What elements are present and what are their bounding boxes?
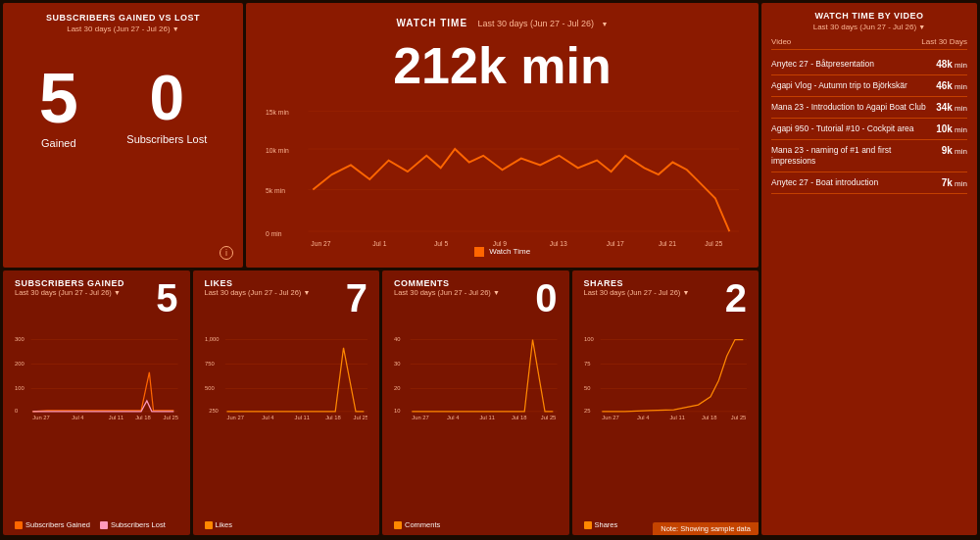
shares-dropdown[interactable]: ▼: [682, 289, 689, 296]
sub-gained-number: 5: [156, 276, 177, 320]
legend-comments: Comments: [394, 520, 440, 529]
likes-number: 7: [346, 276, 368, 320]
lost-number: 0: [126, 67, 207, 129]
svg-text:Jul 11: Jul 11: [294, 415, 310, 420]
likes-subtitle: Last 30 days (Jun 27 - Jul 26) ▼: [205, 288, 311, 297]
svg-text:Jul 9: Jul 9: [493, 240, 508, 247]
svg-text:Jul 25: Jul 25: [730, 415, 746, 420]
video-row: Mana 23 - naming of #1 and first impress…: [771, 140, 967, 172]
video-table: Video Last 30 Days Anytec 27 - Båtpresen…: [771, 37, 967, 194]
video-name: Anytec 27 - Båtpresentation: [771, 59, 936, 70]
svg-text:Jun 27: Jun 27: [602, 415, 618, 420]
right-panel-subtitle: Last 30 days (Jun 27 - Jul 26) ▼: [771, 23, 967, 31]
svg-text:200: 200: [15, 361, 24, 367]
subtitle-dropdown-arrow[interactable]: ▼: [172, 25, 179, 32]
sub-gained-title: SUBSCRIBERS GAINED: [15, 278, 124, 288]
gained-label: Gained: [39, 137, 78, 149]
video-name: Agapi Vlog - Autumn trip to Björkskär: [771, 80, 936, 91]
svg-text:Jul 25: Jul 25: [353, 415, 368, 420]
right-panel-dropdown[interactable]: ▼: [918, 24, 925, 30]
sub-numbers: 5 Gained 0 Subscribers Lost: [15, 63, 231, 149]
watchtime-header: WATCH TIME Last 30 days (Jun 27 - Jul 26…: [266, 13, 739, 34]
svg-text:Jun 27: Jun 27: [311, 240, 331, 247]
watchtime-legend-box: [474, 247, 484, 257]
video-stat-unit: min: [953, 82, 967, 91]
svg-text:5k min: 5k min: [266, 187, 285, 194]
watchtime-total: 212k min: [266, 36, 739, 95]
video-stat: 34k min: [936, 102, 967, 113]
watchtime-panel: WATCH TIME Last 30 days (Jun 27 - Jul 26…: [246, 3, 759, 268]
legend-likes-dot: [205, 521, 213, 529]
svg-text:20: 20: [394, 385, 400, 391]
shares-subtitle: Last 30 days (Jun 27 - Jul 26) ▼: [584, 288, 690, 297]
subscribers-gained-panel: SUBSCRIBERS GAINED Last 30 days (Jun 27 …: [3, 270, 190, 535]
legend-comments-dot: [394, 521, 402, 529]
svg-text:Jun 27: Jun 27: [412, 415, 428, 420]
video-stat: 46k min: [936, 80, 967, 91]
video-stat-unit: min: [953, 147, 967, 156]
video-name: Mana 23 - naming of #1 and first impress…: [771, 145, 942, 167]
video-stat: 10k min: [936, 123, 967, 134]
video-name: Anytec 27 - Boat introduction: [771, 177, 942, 188]
legend-lost: Subscribers Lost: [100, 520, 166, 529]
legend-lost-dot: [100, 521, 108, 529]
watchtime-title: WATCH TIME: [396, 18, 467, 28]
video-stat: 7k min: [942, 177, 967, 188]
svg-text:Jun 27: Jun 27: [226, 415, 243, 420]
sub-gained-dropdown[interactable]: ▼: [114, 289, 121, 296]
likes-title: LIKES: [205, 278, 311, 288]
lost-label: Subscribers Lost: [126, 133, 207, 145]
sub-gained-chart: 300 200 100 0 Jun 27 Jul 4 Jul 11 Jul 18…: [15, 322, 178, 430]
svg-text:Jul 25: Jul 25: [164, 415, 178, 420]
info-icon[interactable]: i: [220, 246, 233, 260]
svg-text:1,000: 1,000: [205, 336, 220, 342]
svg-text:Jul 18: Jul 18: [512, 415, 527, 420]
comments-subtitle: Last 30 days (Jun 27 - Jul 26) ▼: [394, 288, 500, 297]
shares-panel: SHARES Last 30 days (Jun 27 - Jul 26) ▼ …: [572, 270, 760, 535]
shares-chart: 100 75 50 25 Jun 27 Jul 4 Jul 11 Jul 18 …: [584, 322, 748, 430]
svg-text:Jul 13: Jul 13: [550, 240, 567, 247]
comments-title: COMMENTS: [394, 278, 500, 288]
legend-likes: Likes: [205, 520, 233, 529]
svg-text:Jul 5: Jul 5: [434, 240, 449, 247]
video-stat-unit: min: [953, 61, 967, 70]
subscribers-panel-title: SUBSCRIBERS GAINED VS LOST: [15, 13, 231, 23]
legend-shares-dot: [584, 521, 592, 529]
watchtime-dropdown[interactable]: ▼: [602, 21, 609, 27]
gained-number-block: 5 Gained: [39, 63, 78, 149]
svg-text:750: 750: [205, 361, 215, 367]
svg-text:500: 500: [205, 385, 215, 391]
svg-text:Jul 17: Jul 17: [607, 240, 624, 247]
comments-number: 0: [535, 276, 557, 320]
video-rows: Anytec 27 - Båtpresentation 48k min Agap…: [771, 54, 967, 194]
bottom-row: SUBSCRIBERS GAINED Last 30 days (Jun 27 …: [3, 270, 759, 535]
video-row: Anytec 27 - Båtpresentation 48k min: [771, 54, 967, 75]
right-panel: WATCH TIME BY VIDEO Last 30 days (Jun 27…: [761, 3, 977, 535]
lost-number-block: 0 Subscribers Lost: [126, 67, 207, 145]
svg-text:Jul 1: Jul 1: [372, 240, 387, 247]
svg-text:100: 100: [584, 336, 594, 342]
svg-text:Jul 11: Jul 11: [669, 415, 685, 420]
svg-text:Jul 4: Jul 4: [72, 415, 84, 420]
likes-dropdown[interactable]: ▼: [303, 289, 310, 296]
svg-text:Jul 18: Jul 18: [701, 415, 716, 420]
likes-legend: Likes: [205, 520, 233, 529]
svg-text:50: 50: [584, 385, 590, 391]
video-row: Agapi Vlog - Autumn trip to Björkskär 46…: [771, 75, 967, 97]
svg-text:30: 30: [394, 361, 400, 367]
comments-dropdown[interactable]: ▼: [493, 289, 500, 296]
svg-text:0 min: 0 min: [266, 230, 282, 237]
video-row: Mana 23 - Introduction to Agapi Boat Clu…: [771, 97, 967, 119]
svg-text:Jul 11: Jul 11: [109, 415, 124, 420]
video-stat: 9k min: [942, 145, 967, 156]
svg-text:Jul 18: Jul 18: [135, 415, 151, 420]
video-stat-unit: min: [953, 179, 967, 188]
watchtime-chart: 15k min 10k min 5k min 0 min Jun 27 Jul …: [266, 101, 739, 253]
svg-text:Jul 25: Jul 25: [541, 415, 557, 420]
svg-text:300: 300: [15, 336, 24, 342]
svg-text:Jul 11: Jul 11: [479, 415, 495, 420]
video-name: Mana 23 - Introduction to Agapi Boat Clu…: [771, 102, 936, 113]
svg-text:Jul 4: Jul 4: [447, 415, 460, 420]
svg-text:Jul 21: Jul 21: [659, 240, 676, 247]
svg-text:Jul 18: Jul 18: [325, 415, 341, 420]
